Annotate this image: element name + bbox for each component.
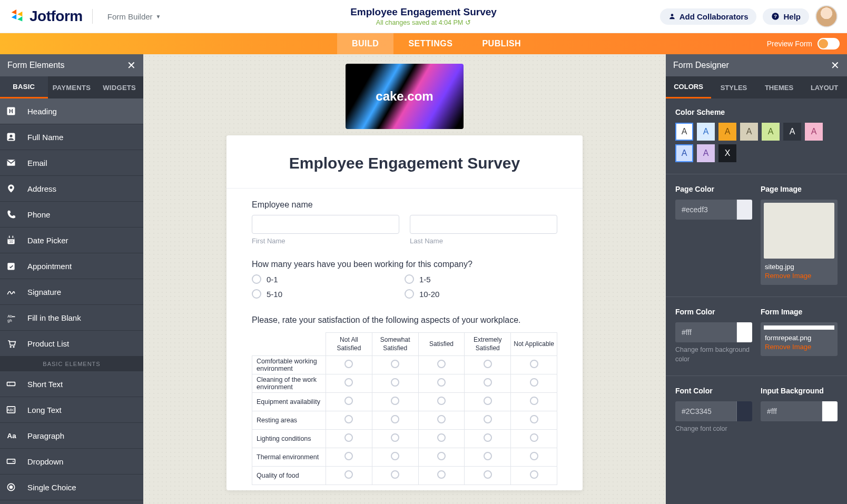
color-scheme-swatch[interactable]: A bbox=[675, 123, 693, 141]
remove-form-image[interactable]: Remove Image bbox=[764, 342, 834, 353]
matrix-cell[interactable] bbox=[465, 393, 511, 411]
matrix-cell[interactable] bbox=[326, 411, 372, 430]
years-option[interactable]: 5-10 bbox=[252, 289, 405, 299]
form-color-input[interactable]: #fff bbox=[675, 322, 752, 342]
element-product-list[interactable]: Product List bbox=[0, 331, 143, 357]
form-color-swatch[interactable] bbox=[736, 322, 752, 342]
color-scheme-swatch[interactable]: A bbox=[718, 123, 736, 141]
tab-themes[interactable]: THEMES bbox=[756, 76, 802, 98]
element-appointment[interactable]: Appointment bbox=[0, 253, 143, 279]
form-logo-banner[interactable]: cake.com bbox=[346, 64, 464, 129]
element-fill-in-the-blank[interactable]: AbghFill in the Blank bbox=[0, 305, 143, 331]
matrix-cell[interactable] bbox=[326, 356, 372, 374]
years-option[interactable]: 0-1 bbox=[252, 274, 405, 284]
matrix-cell[interactable] bbox=[465, 356, 511, 374]
color-scheme-swatch[interactable]: A bbox=[740, 123, 758, 141]
employee-name-label[interactable]: Employee name bbox=[252, 200, 557, 210]
matrix-cell[interactable] bbox=[418, 411, 465, 430]
tab-build[interactable]: BUILD bbox=[337, 33, 393, 54]
form-builder-dropdown[interactable]: Form Builder ▼ bbox=[102, 10, 166, 23]
input-bg-input[interactable]: #fff bbox=[761, 401, 838, 421]
element-short-text[interactable]: ⌶Short Text bbox=[0, 371, 143, 397]
element-long-text[interactable]: ABCLong Text bbox=[0, 397, 143, 423]
tab-colors[interactable]: COLORS bbox=[666, 76, 711, 98]
tab-widgets[interactable]: WIDGETS bbox=[95, 76, 143, 98]
remove-page-image[interactable]: Remove Image bbox=[764, 271, 834, 282]
user-avatar[interactable] bbox=[815, 5, 838, 27]
matrix-cell[interactable] bbox=[326, 430, 372, 448]
preview-toggle[interactable] bbox=[818, 38, 840, 50]
matrix-cell[interactable] bbox=[511, 393, 557, 411]
years-option[interactable]: 10-20 bbox=[405, 289, 557, 299]
tab-payments[interactable]: PAYMENTS bbox=[48, 76, 96, 98]
element-heading[interactable]: HHeading bbox=[0, 98, 143, 124]
matrix-cell[interactable] bbox=[326, 448, 372, 467]
matrix-cell[interactable] bbox=[465, 411, 511, 430]
first-name-input[interactable] bbox=[252, 215, 399, 234]
matrix-cell[interactable] bbox=[372, 374, 418, 393]
years-option[interactable]: 1-5 bbox=[405, 274, 557, 284]
color-scheme-swatch[interactable]: A bbox=[697, 144, 715, 162]
matrix-cell[interactable] bbox=[511, 374, 557, 393]
matrix-cell[interactable] bbox=[372, 430, 418, 448]
matrix-cell[interactable] bbox=[372, 393, 418, 411]
element-signature[interactable]: Signature bbox=[0, 279, 143, 305]
help-button[interactable]: ? Help bbox=[763, 8, 809, 25]
matrix-cell[interactable] bbox=[372, 467, 418, 485]
matrix-cell[interactable] bbox=[465, 467, 511, 485]
element-paragraph[interactable]: AaParagraph bbox=[0, 423, 143, 449]
form-title[interactable]: Employee Engagement Survey bbox=[252, 154, 557, 172]
matrix-cell[interactable] bbox=[511, 430, 557, 448]
tab-settings[interactable]: SETTINGS bbox=[393, 33, 467, 54]
matrix-cell[interactable] bbox=[372, 411, 418, 430]
matrix-cell[interactable] bbox=[465, 448, 511, 467]
tab-layout[interactable]: LAYOUT bbox=[802, 76, 847, 98]
matrix-cell[interactable] bbox=[326, 467, 372, 485]
tab-basic[interactable]: BASIC bbox=[0, 76, 48, 98]
close-icon[interactable]: ✕ bbox=[127, 59, 136, 72]
element-address[interactable]: Address bbox=[0, 176, 143, 202]
color-scheme-swatch[interactable]: A bbox=[675, 144, 693, 162]
color-scheme-swatch[interactable]: X bbox=[718, 144, 736, 162]
font-color-input[interactable]: #2C3345 bbox=[675, 401, 752, 421]
page-color-input[interactable]: #ecedf3 bbox=[675, 200, 752, 220]
element-dropdown[interactable]: Dropdown bbox=[0, 449, 143, 475]
undo-icon[interactable]: ↺ bbox=[465, 18, 471, 26]
color-scheme-swatch[interactable]: A bbox=[805, 123, 823, 141]
matrix-cell[interactable] bbox=[465, 430, 511, 448]
form-title-header[interactable]: Employee Engagement Survey bbox=[350, 6, 497, 18]
matrix-cell[interactable] bbox=[511, 411, 557, 430]
page-image-box[interactable]: sitebg.jpg Remove Image bbox=[761, 200, 838, 285]
matrix-cell[interactable] bbox=[372, 356, 418, 374]
last-name-input[interactable] bbox=[410, 215, 557, 234]
matrix-cell[interactable] bbox=[418, 356, 465, 374]
brand-logo[interactable]: Jotform bbox=[9, 8, 83, 25]
matrix-cell[interactable] bbox=[511, 467, 557, 485]
tab-publish[interactable]: PUBLISH bbox=[467, 33, 536, 54]
element-phone[interactable]: Phone bbox=[0, 202, 143, 228]
element-email[interactable]: Email bbox=[0, 150, 143, 176]
matrix-cell[interactable] bbox=[418, 393, 465, 411]
close-icon[interactable]: ✕ bbox=[831, 59, 840, 72]
form-image-box[interactable]: formrepeat.png Remove Image bbox=[761, 322, 838, 356]
matrix-block[interactable]: Please, rate your satisfaction of the fo… bbox=[252, 315, 557, 485]
element-single-choice[interactable]: Single Choice bbox=[0, 475, 143, 500]
tab-styles[interactable]: STYLES bbox=[711, 76, 756, 98]
element-full-name[interactable]: Full Name bbox=[0, 124, 143, 150]
add-collaborators-button[interactable]: Add Collaborators bbox=[660, 8, 757, 25]
matrix-cell[interactable] bbox=[418, 430, 465, 448]
matrix-cell[interactable] bbox=[326, 393, 372, 411]
element-date-picker[interactable]: 10Date Picker bbox=[0, 228, 143, 253]
matrix-cell[interactable] bbox=[418, 448, 465, 467]
matrix-cell[interactable] bbox=[511, 356, 557, 374]
color-scheme-swatch[interactable]: A bbox=[697, 123, 715, 141]
matrix-cell[interactable] bbox=[418, 374, 465, 393]
years-question-block[interactable]: How many years have you been working for… bbox=[252, 260, 557, 299]
matrix-cell[interactable] bbox=[418, 467, 465, 485]
color-scheme-swatch[interactable]: A bbox=[783, 123, 801, 141]
matrix-cell[interactable] bbox=[326, 374, 372, 393]
color-scheme-swatch[interactable]: A bbox=[762, 123, 780, 141]
page-color-swatch[interactable] bbox=[736, 200, 752, 220]
input-bg-swatch[interactable] bbox=[822, 401, 838, 421]
form-canvas[interactable]: cake.com Employee Engagement Survey Empl… bbox=[143, 54, 666, 504]
